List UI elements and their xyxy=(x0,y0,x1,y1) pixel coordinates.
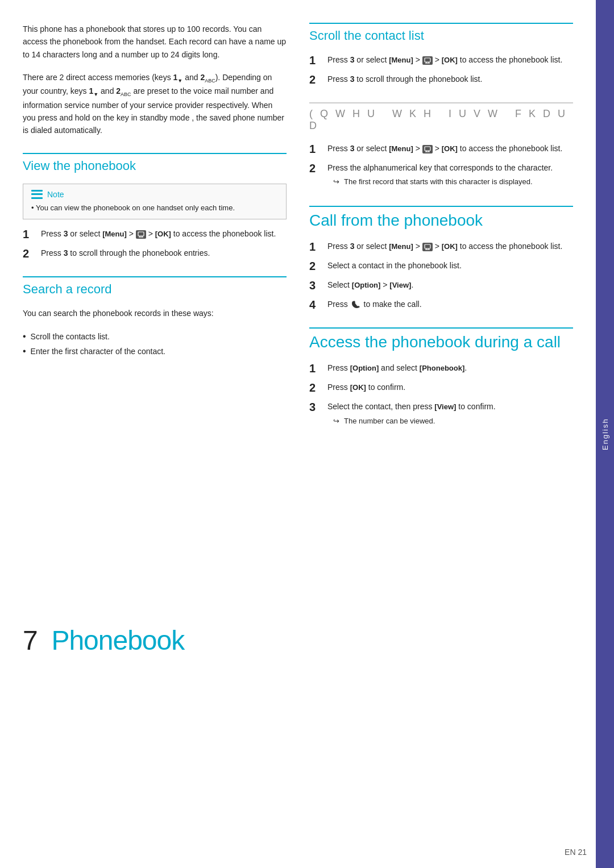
bullet-dot: • xyxy=(23,345,26,358)
step-number: 3 xyxy=(309,279,322,292)
chapter-header: 7 Phonebook xyxy=(23,625,573,836)
side-tab: English xyxy=(596,0,614,868)
step-text: Press [Option] and select [Phonebook]. xyxy=(327,362,467,375)
side-tab-text: English xyxy=(601,418,609,450)
step-item: 2 Press the alphanumerical key that corr… xyxy=(309,161,573,190)
step-number: 2 xyxy=(309,73,322,86)
step-number: 4 xyxy=(309,298,322,312)
step-number: 1 xyxy=(309,53,322,67)
svg-rect-12 xyxy=(425,244,430,248)
step-text: Select [Option] > [View]. xyxy=(327,279,413,292)
bullet-dot: • xyxy=(23,330,26,343)
chapter-name: Phonebook xyxy=(51,625,184,655)
access-during-call-steps: 1 Press [Option] and select [Phonebook].… xyxy=(309,362,573,429)
note-box: Note • You can view the phonebook on one… xyxy=(23,184,287,220)
step-item: 2 Press [OK] to confirm. xyxy=(309,381,573,394)
step-text: Press [OK] to confirm. xyxy=(327,381,405,394)
right-column: Scroll the contact list 1 Press 3 or sel… xyxy=(309,23,573,625)
step-text: Press 3 or select [Menu] > > [OK] to acc… xyxy=(327,142,562,155)
step-item: 1 Press 3 or select [Menu] > > [OK] to a… xyxy=(309,53,573,67)
access-during-call-title: Access the phonebook during a call xyxy=(309,327,573,354)
arrow-icon: ↪ xyxy=(333,176,339,188)
step-number: 2 xyxy=(309,161,322,175)
search-bullet-list: • Scroll the contacts list. • Enter the … xyxy=(23,330,287,358)
step-number: 3 xyxy=(309,400,322,414)
scroll-contact-section: Scroll the contact list 1 Press 3 or sel… xyxy=(309,23,573,86)
step-sub: ↪ The number can be viewed. xyxy=(327,416,496,427)
step-number: 1 xyxy=(309,240,322,254)
view-phonebook-section: View the phonebook Note • You can view t… xyxy=(23,153,287,261)
enter-character-title: ( Q W H U W K H I U V W F K D U D xyxy=(309,102,573,134)
step-number: 1 xyxy=(23,227,35,241)
enter-character-section: ( Q W H U W K H I U V W F K D U D 1 Pres… xyxy=(309,102,573,190)
step-item: 4 Press to make the call. xyxy=(309,298,573,312)
svg-rect-8 xyxy=(425,147,430,151)
intro-paragraph-1: This phone has a phonebook that stores u… xyxy=(23,23,287,61)
step-item: 2 Press 3 to scroll through the phoneboo… xyxy=(309,73,573,86)
sub-step-text: The first record that starts with this c… xyxy=(344,176,533,188)
step-text: Select a contact in the phonebook list. xyxy=(327,259,462,272)
bullet-item: • Scroll the contacts list. xyxy=(23,330,287,343)
note-icon xyxy=(31,190,43,199)
scroll-contact-title: Scroll the contact list xyxy=(309,23,573,45)
chapter-title: 7 Phonebook xyxy=(23,625,573,656)
intro-paragraph-2: There are 2 direct access memories (keys… xyxy=(23,71,287,137)
step-number: 2 xyxy=(309,381,322,394)
step-text: Select the contact, then press [View] to… xyxy=(327,402,496,411)
page-container: 7 Phonebook This phone has a phonebook t… xyxy=(0,0,614,868)
step-number: 2 xyxy=(23,247,35,260)
page-number: EN 21 xyxy=(565,848,587,857)
sub-step-text: The number can be viewed. xyxy=(344,416,435,427)
view-phonebook-title: View the phonebook xyxy=(23,153,287,176)
step-text: Press 3 to scroll through the phonebook … xyxy=(327,73,482,85)
bullet-text: Scroll the contacts list. xyxy=(31,330,110,343)
step-sub: ↪ The first record that starts with this… xyxy=(327,176,553,188)
step-number: 1 xyxy=(309,142,322,156)
call-phonebook-steps: 1 Press 3 or select [Menu] > > [OK] to a… xyxy=(309,240,573,312)
step-item: 2 Press 3 to scroll through the phoneboo… xyxy=(23,247,287,260)
bullet-item: • Enter the first character of the conta… xyxy=(23,345,287,358)
scroll-contact-steps: 1 Press 3 or select [Menu] > > [OK] to a… xyxy=(309,53,573,86)
chapter-number: 7 xyxy=(23,625,38,655)
note-text: • You can view the phonebook on one hand… xyxy=(31,202,278,214)
step-number: 1 xyxy=(309,362,322,375)
step-item: 1 Press 3 or select [Menu] > > [OK] to a… xyxy=(23,227,287,241)
enter-char-steps: 1 Press 3 or select [Menu] > > [OK] to a… xyxy=(309,142,573,190)
access-during-call-section: Access the phonebook during a call 1 Pre… xyxy=(309,327,573,429)
step-item: 3 Select [Option] > [View]. xyxy=(309,279,573,292)
step-text: Press 3 or select [Menu] > > [OK] to acc… xyxy=(41,227,276,240)
svg-rect-4 xyxy=(425,58,430,62)
step-number: 2 xyxy=(309,259,322,273)
step-item: 1 Press [Option] and select [Phonebook]. xyxy=(309,362,573,375)
step-text: Press the alphanumerical key that corres… xyxy=(327,163,553,172)
note-label: Note xyxy=(47,190,64,199)
call-phonebook-section: Call from the phonebook 1 Press 3 or sel… xyxy=(309,206,573,312)
view-phonebook-steps: 1 Press 3 or select [Menu] > > [OK] to a… xyxy=(23,227,287,260)
page-footer: EN 21 xyxy=(565,848,587,857)
note-header: Note xyxy=(31,190,278,199)
step-text: Press to make the call. xyxy=(327,298,422,310)
step-text: Press 3 to scroll through the phonebook … xyxy=(41,247,210,259)
step-sub-item: ↪ The first record that starts with this… xyxy=(327,176,553,188)
intro-block: This phone has a phonebook that stores u… xyxy=(23,23,287,137)
call-phonebook-title: Call from the phonebook xyxy=(309,206,573,232)
step-item: 1 Press 3 or select [Menu] > > [OK] to a… xyxy=(309,142,573,156)
search-record-title: Search a record xyxy=(23,276,287,299)
bullet-text: Enter the first character of the contact… xyxy=(31,345,165,358)
main-content: 7 Phonebook This phone has a phonebook t… xyxy=(0,0,596,868)
step-text: Press 3 or select [Menu] > > [OK] to acc… xyxy=(327,53,562,67)
step-item: 2 Select a contact in the phonebook list… xyxy=(309,259,573,273)
step-item: 3 Select the contact, then press [View] … xyxy=(309,400,573,429)
step-item: 1 Press 3 or select [Menu] > > [OK] to a… xyxy=(309,240,573,254)
step-sub-item: ↪ The number can be viewed. xyxy=(327,416,496,427)
arrow-icon: ↪ xyxy=(333,416,339,427)
search-intro: You can search the phonebook records in … xyxy=(23,307,287,319)
left-column: This phone has a phonebook that stores u… xyxy=(23,23,287,625)
search-record-section: Search a record You can search the phone… xyxy=(23,276,287,358)
svg-rect-0 xyxy=(138,232,144,236)
step-text: Press 3 or select [Menu] > > [OK] to acc… xyxy=(327,240,562,253)
